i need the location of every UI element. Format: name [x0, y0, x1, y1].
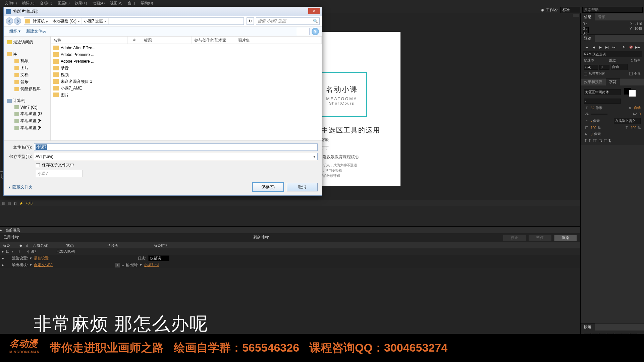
list-item[interactable]: Adobe Premiere ... [51, 58, 322, 65]
tree-library[interactable]: 库 [6, 50, 50, 57]
help-button[interactable]: ? [312, 28, 319, 35]
col-filetitle[interactable]: 标题 [141, 37, 192, 44]
tree-drive-c[interactable]: Win7 (C:) [14, 104, 50, 110]
tree-youku[interactable]: 优酷影视库 [14, 85, 50, 93]
font-size-value[interactable]: 62 [591, 106, 594, 110]
tab-paragraph[interactable]: 段落 [581, 323, 595, 330]
col-time[interactable]: 渲染时间 [151, 243, 171, 248]
tree-drive-e[interactable]: 本地磁盘 (E [14, 117, 50, 124]
tree-docs[interactable]: 文档 [14, 71, 50, 78]
next-frame-button[interactable]: ▶| [604, 45, 610, 50]
stroke-width[interactable]: - [591, 119, 592, 123]
grid-icon[interactable]: ▦ [2, 201, 5, 205]
tab-character[interactable]: 字符 [606, 78, 620, 85]
nav-forward-button[interactable] [14, 17, 21, 25]
pause-button[interactable]: 暂停 [529, 235, 551, 241]
font-select[interactable]: 方正正中黑简体 [584, 89, 621, 95]
organize-button[interactable]: 组织 ▾ [6, 27, 23, 35]
ram-preview-button[interactable]: ▶▶ [635, 45, 641, 50]
col-album[interactable]: 唱片集 [235, 37, 322, 44]
leading-value[interactable]: 自动 [634, 106, 641, 110]
filename-input[interactable]: 小课7 [34, 143, 318, 151]
dialog-titlebar[interactable]: 将影片输出到: ✕ [4, 7, 322, 16]
log-select[interactable]: 仅错误 [148, 255, 169, 261]
filetype-select[interactable]: AVI (*.avi) [34, 153, 318, 160]
baseline-value[interactable]: 0 [591, 132, 593, 136]
help-search-input[interactable] [582, 7, 643, 13]
list-item[interactable]: 未命名混音项目 1 [51, 78, 322, 85]
list-item[interactable]: 录音 [51, 65, 322, 71]
tree-drive-f[interactable]: 本地磁盘 (F [14, 124, 50, 131]
nav-back-button[interactable] [6, 17, 13, 25]
render-button[interactable]: 渲染 [554, 235, 577, 241]
col-num[interactable]: # [23, 243, 30, 247]
guide-icon[interactable]: ▤ [8, 201, 11, 205]
new-folder-button[interactable]: 新建文件夹 [26, 28, 46, 34]
smallcaps-button[interactable]: Tt [599, 139, 602, 142]
subfolder-checkbox[interactable] [36, 163, 40, 167]
menu-anim[interactable]: 动画(A) [90, 1, 108, 6]
menu-effect[interactable]: 效果(T) [72, 1, 90, 6]
tracking-value[interactable]: 0 [639, 112, 641, 116]
first-frame-button[interactable]: ⏮ [584, 45, 590, 50]
menu-help[interactable]: 帮助(H) [138, 1, 156, 6]
menu-window[interactable]: 窗口 [125, 1, 138, 6]
prev-frame-button[interactable]: ◀ [591, 45, 597, 50]
crumb-folder[interactable]: 小课7 选区 [82, 18, 109, 24]
stroke-mode-select[interactable]: 在描边上填充 [614, 118, 641, 124]
crumb-computer[interactable]: 计算机 [31, 18, 50, 24]
cancel-button[interactable]: 取消 [287, 183, 318, 191]
view-mode-button[interactable] [297, 28, 310, 35]
dialog-search[interactable]: 搜索 小课7 选区 🔍 [256, 17, 320, 25]
tab-effects[interactable]: 效果和预设 [581, 78, 606, 85]
output-module-link[interactable]: 自定义: AVI [34, 262, 53, 267]
output-to-link[interactable]: 小课7.avi [144, 262, 159, 267]
col-filename[interactable]: 名称 [51, 37, 128, 44]
col-eye[interactable]: ◆ [17, 243, 23, 248]
col-started[interactable]: 已启动 [104, 243, 151, 248]
tree-images[interactable]: 图片 [14, 64, 50, 71]
italic-button[interactable]: T [589, 139, 591, 142]
stroke-swatch[interactable] [629, 90, 636, 97]
list-item[interactable]: 图片 [51, 92, 322, 98]
stop-button[interactable]: 停止 [503, 235, 526, 241]
close-button[interactable]: ✕ [308, 8, 320, 14]
tree-computer[interactable]: 计算机 [6, 97, 50, 104]
play-button[interactable]: ▶ [597, 45, 603, 50]
subfolder-input[interactable]: 小课7 [36, 170, 83, 177]
bold-button[interactable]: T [585, 139, 587, 142]
from-current-checkbox[interactable] [584, 72, 587, 75]
superscript-button[interactable]: T' [604, 139, 606, 142]
fullscreen-checkbox[interactable] [629, 72, 633, 75]
add-output-button[interactable]: + [115, 263, 120, 267]
panel-collapse-icon[interactable] [573, 14, 579, 17]
vscale-value[interactable]: 100 [591, 126, 596, 130]
rq-item-row[interactable]: ▸ ☑ ▪ 1 小课7 已加入队列 [0, 248, 580, 255]
exposure-value[interactable]: +0.0 [26, 201, 33, 205]
tab-preview[interactable]: 预览 [581, 35, 595, 42]
skip-field[interactable]: 0 [599, 65, 609, 70]
crumb-drive[interactable]: 本地磁盘 (G:) [50, 18, 82, 24]
font-style-select[interactable]: - [584, 99, 621, 104]
col-status[interactable]: 状态 [64, 243, 104, 248]
bolt-icon[interactable]: ⚡ [19, 201, 23, 205]
workspace-select[interactable]: 标准 [560, 7, 580, 13]
list-item[interactable]: Adobe Premiere ... [51, 51, 322, 58]
list-item[interactable]: Adobe After Effec... [51, 45, 322, 51]
loop-button[interactable]: ↻ [621, 45, 627, 50]
tree-music[interactable]: 音乐 [14, 78, 50, 85]
menu-comp[interactable]: 合成(C) [37, 1, 55, 6]
allcaps-button[interactable]: TT [593, 139, 597, 142]
mask-icon[interactable]: ◧ [13, 201, 16, 205]
col-filenum[interactable]: # [128, 37, 141, 44]
tree-recent[interactable]: 最近访问的 [6, 39, 50, 46]
tab-audio[interactable]: 音频 [595, 13, 609, 20]
breadcrumb[interactable]: 计算机 本地磁盘 (G:) 小课7 选区 [24, 17, 244, 25]
menu-layer[interactable]: 图层(L) [55, 1, 72, 6]
nav-tree[interactable]: 最近访问的 库 视频 图片 文档 音乐 优酷影视库 计算机 Win7 (C:) … [4, 37, 51, 140]
tab-info[interactable]: 信息 [581, 13, 595, 20]
subscript-button[interactable]: T, [608, 139, 611, 142]
tree-videos[interactable]: 视频 [14, 57, 50, 64]
res-field[interactable]: 自动 [611, 64, 628, 70]
list-item[interactable]: 小课7_AME [51, 85, 322, 92]
